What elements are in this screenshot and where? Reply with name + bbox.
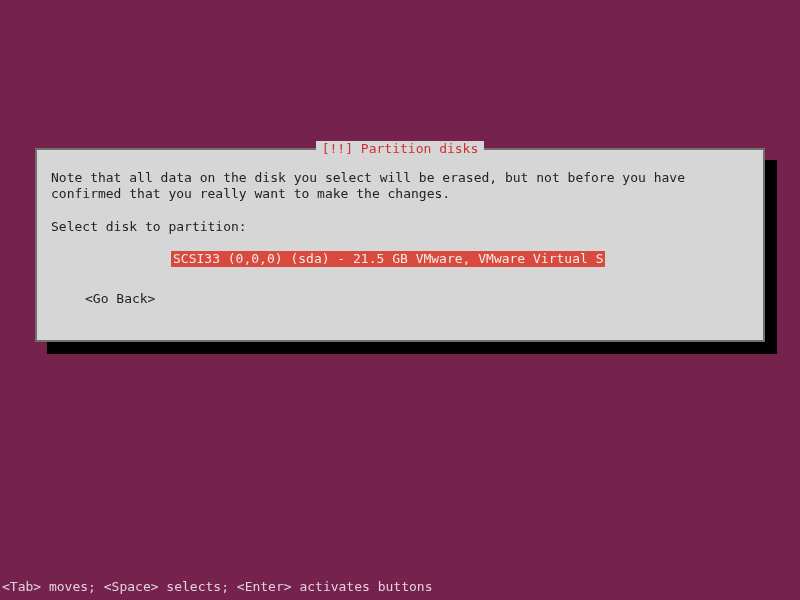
go-back-button[interactable]: <Go Back>	[85, 291, 155, 307]
dialog-title-alert: [!!]	[322, 141, 361, 156]
partition-disks-dialog: [!!] Partition disks Note that all data …	[35, 148, 765, 342]
dialog-prompt: Select disk to partition:	[51, 219, 749, 235]
help-footer: <Tab> moves; <Space> selects; <Enter> ac…	[2, 579, 432, 594]
disk-list: SCSI33 (0,0,0) (sda) - 21.5 GB VMware, V…	[171, 251, 749, 267]
dialog-title-bar: [!!] Partition disks	[37, 141, 763, 156]
dialog-title-text: Partition disks	[361, 141, 478, 156]
dialog-body: Note that all data on the disk you selec…	[37, 150, 763, 321]
dialog-description: Note that all data on the disk you selec…	[51, 170, 749, 203]
dialog-title: [!!] Partition disks	[316, 141, 485, 156]
disk-option-selected[interactable]: SCSI33 (0,0,0) (sda) - 21.5 GB VMware, V…	[171, 251, 605, 267]
